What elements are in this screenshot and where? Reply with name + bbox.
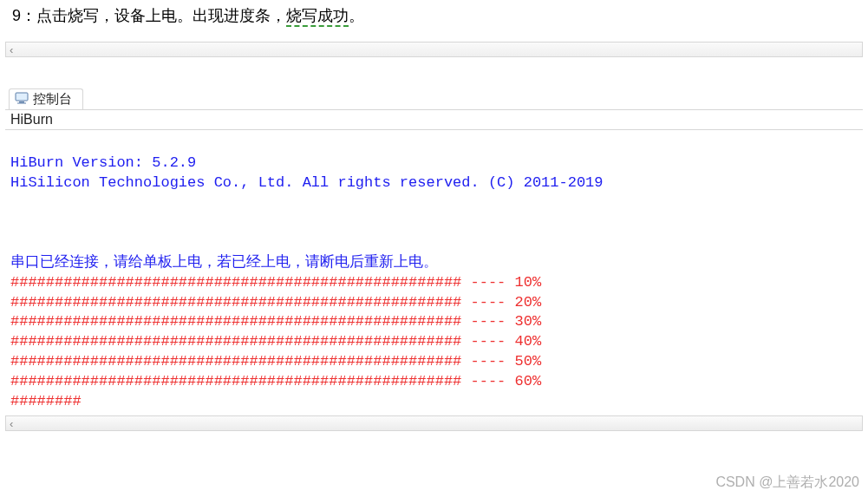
progress-line: ######## [10, 393, 82, 409]
tab-console[interactable]: 控制台 [9, 88, 83, 109]
progress-line: ########################################… [10, 353, 541, 369]
progress-line: ########################################… [10, 274, 541, 291]
scroll-left-icon[interactable]: ‹ [10, 43, 13, 56]
console-connect-msg: 串口已经连接，请给单板上电，若已经上电，请断电后重新上电。 [10, 254, 438, 271]
step-instruction: 9：点击烧写，设备上电。出现进度条，烧写成功。 [0, 0, 868, 35]
console-output: HiBurn Version: 5.2.9 HiSilicon Technolo… [5, 130, 863, 415]
tab-bar: 控制台 [5, 88, 863, 110]
tab-console-label: 控制台 [33, 91, 72, 108]
console-version-line: HiBurn Version: 5.2.9 [10, 154, 196, 171]
progress-line: ########################################… [10, 313, 541, 330]
monitor-icon [15, 92, 29, 107]
progress-line: ########################################… [10, 294, 541, 311]
horizontal-scrollbar-top[interactable]: ‹ [5, 42, 863, 57]
progress-line: ########################################… [10, 373, 541, 389]
instruction-suffix: 。 [349, 7, 364, 24]
watermark: CSDN @上善若水2020 [715, 474, 859, 492]
svg-rect-0 [16, 93, 28, 101]
instruction-highlight: 烧写成功 [286, 7, 349, 27]
console-copyright-line: HiSilicon Technologies Co., Ltd. All rig… [10, 174, 604, 191]
scroll-left-icon[interactable]: ‹ [10, 417, 13, 430]
svg-rect-2 [17, 103, 26, 104]
horizontal-scrollbar-bottom[interactable]: ‹ [5, 415, 863, 431]
instruction-prefix: 9：点击烧写，设备上电。出现进度条， [12, 7, 286, 24]
console-subheader: HiBurn [5, 110, 863, 130]
svg-rect-1 [19, 101, 24, 103]
progress-line: ########################################… [10, 333, 541, 350]
